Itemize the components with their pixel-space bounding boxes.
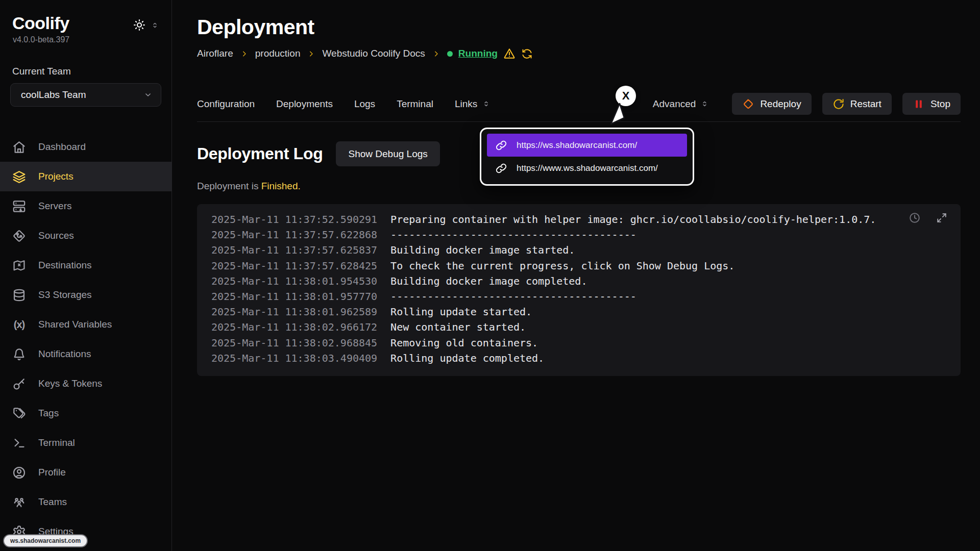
sidebar-item-projects[interactable]: Projects xyxy=(0,162,172,191)
breadcrumb-item[interactable]: production xyxy=(255,48,301,59)
sidebar-item-notifications[interactable]: Notifications xyxy=(0,339,172,369)
redeploy-icon xyxy=(742,98,754,110)
main-content: Deployment AiroflareproductionWebstudio … xyxy=(172,0,980,551)
restart-button[interactable]: Restart xyxy=(822,93,892,115)
log-timestamp: 2025-Mar-11 11:38:03.490409 xyxy=(211,352,377,364)
stop-icon xyxy=(913,98,925,110)
terminal-icon xyxy=(12,436,26,450)
key-icon xyxy=(12,377,26,391)
status-running-link[interactable]: Running xyxy=(458,48,498,59)
log-line: 2025-Mar-11 11:37:57.625837Building dock… xyxy=(211,242,946,258)
chevron-right-icon xyxy=(432,49,440,58)
link-url: https://ws.shadowarcanist.com/ xyxy=(517,140,637,151)
log-message: ---------------------------------------- xyxy=(390,290,636,303)
log-line: 2025-Mar-11 11:38:01.957770-------------… xyxy=(211,289,946,304)
breadcrumb: AiroflareproductionWebstudio Coolify Doc… xyxy=(197,47,961,60)
log-line: 2025-Mar-11 11:37:52.590291Preparing con… xyxy=(211,212,946,227)
warning-icon xyxy=(503,47,516,60)
tab-configuration[interactable]: Configuration xyxy=(197,98,255,110)
map-icon xyxy=(12,259,26,272)
link-icon xyxy=(495,139,507,152)
git-branch-icon xyxy=(12,229,26,243)
tag-icon xyxy=(12,407,26,420)
sun-icon xyxy=(133,18,146,32)
breadcrumb-item[interactable]: Airoflare xyxy=(197,48,233,59)
chevron-up-down-icon xyxy=(482,99,491,108)
theme-toggle[interactable] xyxy=(133,18,159,32)
log-line: 2025-Mar-11 11:38:03.490409Rolling updat… xyxy=(211,350,946,366)
log-lines: 2025-Mar-11 11:37:52.590291Preparing con… xyxy=(211,212,946,366)
sidebar-item-tags[interactable]: Tags xyxy=(0,398,172,428)
sidebar: Coolify v4.0.0-beta.397 Current Team coo… xyxy=(0,0,172,551)
sidebar-item-dashboard[interactable]: Dashboard xyxy=(0,132,172,162)
log-message: Removing old containers. xyxy=(390,337,538,349)
breadcrumb-crumbs: AiroflareproductionWebstudio Coolify Doc… xyxy=(197,48,440,59)
log-message: New container started. xyxy=(390,321,526,333)
tab-deployments[interactable]: Deployments xyxy=(276,98,333,110)
tab-links[interactable]: Links xyxy=(455,98,491,110)
app-logo: Coolify xyxy=(12,13,69,33)
log-timestamp: 2025-Mar-11 11:38:01.962589 xyxy=(211,306,377,318)
sidebar-item-terminal[interactable]: Terminal xyxy=(0,428,172,458)
refresh-icon[interactable] xyxy=(521,48,533,60)
show-debug-logs-button[interactable]: Show Debug Logs xyxy=(336,141,439,166)
breadcrumb-item[interactable]: Webstudio Coolify Docs xyxy=(322,48,425,59)
bell-icon xyxy=(12,347,26,361)
link-item[interactable]: https://www.ws.shadowarcanist.com/ xyxy=(487,157,687,180)
log-timestamp: 2025-Mar-11 11:37:57.622868 xyxy=(211,229,377,241)
log-message: Rolling update completed. xyxy=(390,352,544,364)
profile-icon xyxy=(12,466,26,480)
link-item[interactable]: https://ws.shadowarcanist.com/ xyxy=(487,134,687,157)
link-icon xyxy=(495,162,507,174)
sidebar-item-profile[interactable]: Profile xyxy=(0,458,172,487)
current-team-label: Current Team xyxy=(12,66,159,77)
sidebar-item-s3-storages[interactable]: S3 Storages xyxy=(0,280,172,310)
log-line: 2025-Mar-11 11:38:01.962589Rolling updat… xyxy=(211,304,946,319)
clock-icon[interactable] xyxy=(909,212,921,224)
log-timestamp: 2025-Mar-11 11:38:02.968845 xyxy=(211,337,377,349)
teams-icon xyxy=(12,495,26,509)
layers-icon xyxy=(12,170,26,184)
log-timestamp: 2025-Mar-11 11:37:57.628425 xyxy=(211,260,377,272)
links-dropdown: https://ws.shadowarcanist.com/ https://w… xyxy=(480,128,694,186)
advanced-label: Advanced xyxy=(653,98,696,110)
tabs: Configuration Deployments Logs Terminal … xyxy=(197,98,491,110)
deployment-status-value: Finished. xyxy=(261,181,301,191)
log-line: 2025-Mar-11 11:38:02.966172New container… xyxy=(211,319,946,335)
log-message: Building docker image started. xyxy=(390,244,575,256)
sidebar-nav: Dashboard Projects Servers Sources Desti… xyxy=(0,132,172,546)
stop-button[interactable]: Stop xyxy=(902,93,961,115)
database-icon xyxy=(12,288,26,302)
log-message: To check the current progress, click on … xyxy=(390,260,734,272)
chevron-right-icon xyxy=(240,49,249,58)
expand-icon[interactable] xyxy=(936,212,947,223)
sidebar-item-servers[interactable]: Servers xyxy=(0,191,172,221)
redeploy-button[interactable]: Redeploy xyxy=(732,93,811,115)
team-select-value: coolLabs Team xyxy=(21,89,86,101)
sidebar-item-teams[interactable]: Teams xyxy=(0,487,172,517)
log-timestamp: 2025-Mar-11 11:37:52.590291 xyxy=(211,213,377,226)
home-icon xyxy=(12,140,26,154)
sidebar-item-keys-tokens[interactable]: Keys & Tokens xyxy=(0,369,172,398)
variable-icon: (x) xyxy=(12,318,26,332)
log-box: 2025-Mar-11 11:37:52.590291Preparing con… xyxy=(197,204,961,376)
link-preview-tooltip: ws.shadowarcanist.com xyxy=(3,534,88,547)
chevron-up-down-icon xyxy=(151,21,159,30)
server-icon xyxy=(12,199,26,213)
link-url: https://www.ws.shadowarcanist.com/ xyxy=(517,163,658,173)
advanced-dropdown[interactable]: Advanced xyxy=(653,98,709,110)
log-timestamp: 2025-Mar-11 11:38:02.966172 xyxy=(211,321,377,333)
status-dot xyxy=(447,51,453,57)
restart-icon xyxy=(832,98,845,110)
log-timestamp: 2025-Mar-11 11:38:01.954530 xyxy=(211,275,377,287)
tab-logs[interactable]: Logs xyxy=(354,98,375,110)
log-line: 2025-Mar-11 11:37:57.628425To check the … xyxy=(211,258,946,273)
status-cluster: Running xyxy=(447,47,533,60)
app-version: v4.0.0-beta.397 xyxy=(0,33,172,44)
sidebar-item-destinations[interactable]: Destinations xyxy=(0,251,172,280)
log-message: ---------------------------------------- xyxy=(390,229,636,241)
sidebar-item-sources[interactable]: Sources xyxy=(0,221,172,251)
tab-terminal[interactable]: Terminal xyxy=(397,98,433,110)
team-select[interactable]: coolLabs Team xyxy=(10,83,161,107)
sidebar-item-shared-variables[interactable]: (x) Shared Variables xyxy=(0,310,172,339)
